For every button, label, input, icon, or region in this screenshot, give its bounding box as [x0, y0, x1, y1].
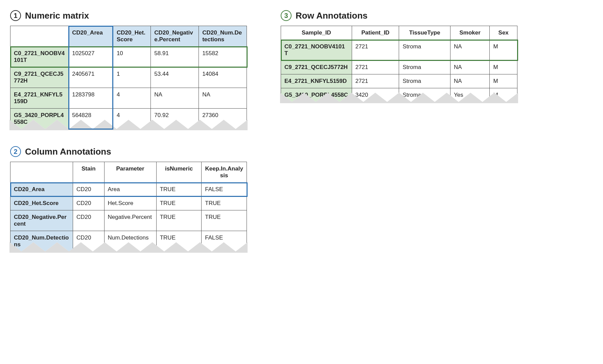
- rowann-cell: NA: [450, 40, 490, 61]
- matrix-cell: 1025027: [69, 47, 113, 67]
- panel-numeric-matrix: 1 Numeric matrix CD20_Area CD20_Het.Scor…: [10, 10, 247, 129]
- matrix-row-header: C0_2721_NOOBV4101T: [10, 47, 69, 67]
- colann-col-header: Keep.In.Analysis: [202, 162, 247, 183]
- rowann-cell: 2721: [352, 74, 399, 88]
- matrix-cell: 15582: [199, 47, 247, 67]
- rowann-row-header: C0_2721_NOOBV4101T: [281, 40, 352, 61]
- colann-cell: CD20: [73, 210, 105, 231]
- rowann-col-header: Smoker: [450, 26, 490, 40]
- matrix-cell: 53.44: [151, 67, 199, 88]
- matrix-cell: 1: [113, 67, 150, 88]
- colann-cell: TRUE: [202, 210, 247, 231]
- colann-row-header: CD20_Negative.Percent: [10, 210, 73, 231]
- rowann-col-header: TissueType: [399, 26, 450, 40]
- colann-cell: TRUE: [156, 210, 202, 231]
- rowann-cell: M: [490, 61, 517, 74]
- matrix-cell: 4: [113, 88, 150, 109]
- matrix-col-header: CD20_Het.Score: [113, 26, 150, 47]
- colann-cell: Area: [104, 183, 156, 197]
- matrix-cell: 2405671: [69, 67, 113, 88]
- matrix-row-header: E4_2721_KNFYL5159D: [10, 88, 69, 109]
- panel-title: 3 Row Annotations: [281, 10, 517, 21]
- panel-title: 1 Numeric matrix: [10, 10, 247, 21]
- colann-row-header: CD20_Area: [10, 183, 73, 197]
- rowann-table-wrap: Sample_ID Patient_ID TissueType Smoker S…: [281, 26, 517, 102]
- matrix-col-header: CD20_Area: [69, 26, 113, 47]
- panel-title: 2 Column Annotations: [10, 146, 247, 157]
- table-row: E4_2721_KNFYL5159D 2721 Stroma NA M: [281, 74, 517, 88]
- rowann-cell: M: [490, 40, 517, 61]
- panel-row-annotations: 3 Row Annotations Sample_ID Patient_ID T…: [281, 10, 517, 102]
- panel-title-text: Row Annotations: [296, 10, 368, 21]
- rowann-cell: Stroma: [399, 74, 450, 88]
- table-row: CD20_Het.Score CD20 Het.Score TRUE TRUE: [10, 197, 247, 210]
- rowann-row-header: G5_3420_PORPL4558C: [281, 88, 352, 102]
- matrix-cell: 58.91: [151, 47, 199, 67]
- colann-col-header: Stain: [73, 162, 105, 183]
- rowann-cell: 2721: [352, 61, 399, 74]
- colann-col-header: isNumeric: [156, 162, 202, 183]
- matrix-cell: NA: [199, 88, 247, 109]
- rowann-row-header: E4_2721_KNFYL5159D: [281, 74, 352, 88]
- table-row: C0_2721_NOOBV4101T 1025027 10 58.91 1558…: [10, 47, 247, 67]
- matrix-col-header: CD20_Negative.Percent: [151, 26, 199, 47]
- matrix-col-header: CD20_Num.Detections: [199, 26, 247, 47]
- colann-table-wrap: Stain Parameter isNumeric Keep.In.Analys…: [10, 162, 247, 252]
- matrix-cell: 1283798: [69, 88, 113, 109]
- colann-cell: FALSE: [202, 183, 247, 197]
- table-row: CD20_Negative.Percent CD20 Negative.Perc…: [10, 210, 247, 231]
- table-row: E4_2721_KNFYL5159D 1283798 4 NA NA: [10, 88, 247, 109]
- colann-cell: TRUE: [156, 183, 202, 197]
- matrix-cell: 10: [113, 47, 150, 67]
- colann-cell: Het.Score: [104, 197, 156, 210]
- matrix-row-header: C9_2721_QCECJ5772H: [10, 67, 69, 88]
- panel-number-badge: 1: [10, 10, 21, 21]
- rowann-col-header: Sex: [490, 26, 517, 40]
- colann-row-header: CD20_Het.Score: [10, 197, 73, 210]
- corner-cell: [10, 162, 73, 183]
- rowann-cell: Stroma: [399, 40, 450, 61]
- rowann-col-header: Sample_ID: [281, 26, 352, 40]
- row-annotations-table: Sample_ID Patient_ID TissueType Smoker S…: [281, 26, 517, 102]
- colann-col-header: Parameter: [104, 162, 156, 183]
- matrix-cell: NA: [151, 88, 199, 109]
- panel-column-annotations: 2 Column Annotations Stain Parameter isN…: [10, 146, 247, 252]
- colann-cell: Negative.Percent: [104, 210, 156, 231]
- rowann-cell: NA: [450, 74, 490, 88]
- table-row: C9_2721_QCECJ5772H 2405671 1 53.44 14084: [10, 67, 247, 88]
- corner-cell: [10, 26, 69, 47]
- panel-title-text: Column Annotations: [25, 146, 111, 157]
- colann-cell: CD20: [73, 183, 105, 197]
- colann-cell: TRUE: [156, 197, 202, 210]
- rowann-cell: Stroma: [399, 61, 450, 74]
- panel-number-badge: 2: [10, 146, 21, 157]
- matrix-cell: 14084: [199, 67, 247, 88]
- panel-title-text: Numeric matrix: [25, 10, 89, 21]
- table-row: C9_2721_QCECJ5772H 2721 Stroma NA M: [281, 61, 517, 74]
- numeric-matrix-table-wrap: CD20_Area CD20_Het.Score CD20_Negative.P…: [10, 26, 247, 129]
- colann-cell: CD20: [73, 197, 105, 210]
- panel-number-badge: 3: [281, 10, 292, 21]
- rowann-row-header: C9_2721_QCECJ5772H: [281, 61, 352, 74]
- rowann-col-header: Patient_ID: [352, 26, 399, 40]
- rowann-cell: NA: [450, 61, 490, 74]
- rowann-cell: M: [490, 74, 517, 88]
- colann-cell: TRUE: [202, 197, 247, 210]
- table-row: C0_2721_NOOBV4101T 2721 Stroma NA M: [281, 40, 517, 61]
- table-row: CD20_Area CD20 Area TRUE FALSE: [10, 183, 247, 197]
- column-annotations-table: Stain Parameter isNumeric Keep.In.Analys…: [10, 162, 247, 252]
- numeric-matrix-table: CD20_Area CD20_Het.Score CD20_Negative.P…: [10, 26, 247, 129]
- rowann-cell: 2721: [352, 40, 399, 61]
